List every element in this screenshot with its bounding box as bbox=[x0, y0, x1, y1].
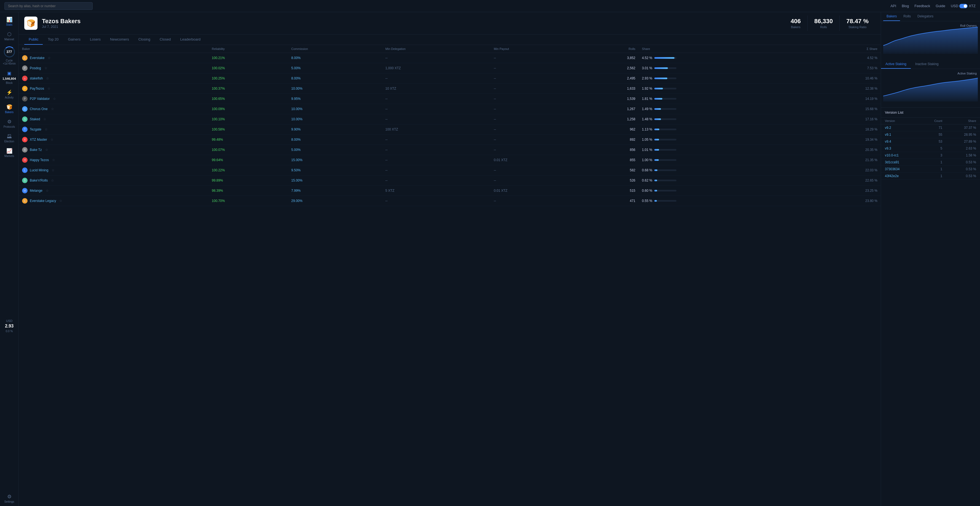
tab-leaderboard[interactable]: Leaderboard bbox=[176, 35, 205, 45]
right-tab-delegators[interactable]: Delegators bbox=[914, 12, 937, 21]
cell-share: 2.93 % bbox=[639, 73, 805, 84]
version-name[interactable]: 3d1cca91 bbox=[881, 159, 920, 166]
star-icon[interactable]: ☆ bbox=[52, 168, 55, 172]
share-value: 1.00 % bbox=[642, 158, 652, 162]
baker-link[interactable]: P2P Validator bbox=[30, 97, 49, 101]
baker-link[interactable]: Everstake Legacy bbox=[30, 199, 56, 203]
cell-rolls: 892 bbox=[579, 135, 639, 145]
version-name[interactable]: v10.0-rc1 bbox=[881, 152, 920, 159]
cell-sigma: 22.65 % bbox=[805, 176, 881, 186]
nav-blog[interactable]: Blog bbox=[902, 4, 909, 8]
version-name[interactable]: v9.2 bbox=[881, 125, 920, 131]
star-icon[interactable]: ☆ bbox=[51, 107, 54, 111]
currency-pill[interactable] bbox=[959, 4, 967, 8]
sidebar-item-stats[interactable]: 📊 Stats bbox=[0, 14, 19, 29]
baker-link[interactable]: Bake Tz bbox=[30, 148, 42, 152]
star-icon[interactable]: ☆ bbox=[51, 138, 54, 142]
star-icon[interactable]: ☆ bbox=[53, 97, 56, 101]
table-row: B Bake'n'Rolls ☆ 99.89% 15.00% -- -- 526… bbox=[19, 176, 881, 186]
nav-api[interactable]: API bbox=[890, 4, 896, 8]
col-min-delegation[interactable]: Min Delegation bbox=[382, 45, 490, 53]
star-icon[interactable]: ☆ bbox=[45, 148, 48, 152]
version-col-count[interactable]: Count bbox=[920, 118, 947, 125]
nav-guide[interactable]: Guide bbox=[935, 4, 945, 8]
col-share[interactable]: Share bbox=[639, 45, 805, 53]
col-sigma-share[interactable]: Σ Share bbox=[805, 45, 881, 53]
star-icon[interactable]: ☆ bbox=[45, 66, 48, 70]
cell-rolls: 3,852 bbox=[579, 53, 639, 63]
baker-link[interactable]: Melange bbox=[30, 189, 43, 193]
table-row: E Everstake ☆ 100.21% 8.00% -- -- 3,852 … bbox=[19, 53, 881, 63]
cell-rolls: 515 bbox=[579, 186, 639, 196]
table-row: s stakefish ☆ 100.25% 8.00% -- -- 2,495 … bbox=[19, 73, 881, 84]
star-icon[interactable]: ☆ bbox=[51, 179, 54, 182]
cell-min-payout: -- bbox=[490, 125, 579, 135]
version-name[interactable]: 37303634 bbox=[881, 166, 920, 173]
star-icon[interactable]: ☆ bbox=[46, 189, 49, 193]
sidebar-item-bakers[interactable]: 🍞 Bakers bbox=[0, 102, 19, 117]
version-name[interactable]: v9.3 bbox=[881, 145, 920, 152]
right-tab-bakers[interactable]: Bakers bbox=[883, 12, 900, 21]
currency-toggle[interactable]: USD XTZ bbox=[951, 4, 975, 8]
col-reliability[interactable]: Reliability bbox=[208, 45, 288, 53]
col-commission[interactable]: Commission bbox=[288, 45, 382, 53]
tab-newcomers[interactable]: Newcomers bbox=[106, 35, 134, 45]
page-icon: 🍞 bbox=[24, 16, 38, 30]
sidebar-item-markets[interactable]: 📈 Markets bbox=[0, 146, 19, 160]
share-fill bbox=[654, 149, 659, 151]
sidebar-item-settings[interactable]: ⚙ Settings bbox=[0, 492, 19, 506]
version-name[interactable]: v9.1 bbox=[881, 131, 920, 138]
tab-gainers[interactable]: Gainers bbox=[64, 35, 85, 45]
cell-baker-name: B Bake'n'Rolls ☆ bbox=[19, 176, 208, 186]
star-icon[interactable]: ☆ bbox=[43, 117, 46, 121]
version-name[interactable]: v9.4 bbox=[881, 138, 920, 145]
baker-link[interactable]: PayTezos bbox=[30, 87, 44, 91]
sidebar-item-mainnet[interactable]: ⬡ Mainnet bbox=[0, 29, 19, 43]
baker-link[interactable]: Chorus One bbox=[30, 107, 48, 111]
sidebar-item-protocols[interactable]: ⚙ Protocols bbox=[0, 117, 19, 131]
share-value: 1.13 % bbox=[642, 128, 652, 131]
star-icon[interactable]: ☆ bbox=[59, 199, 62, 203]
baker-link[interactable]: Happy Tezos bbox=[30, 158, 49, 162]
col-min-payout[interactable]: Min Payout bbox=[490, 45, 579, 53]
tab-top20[interactable]: Top 20 bbox=[43, 35, 63, 45]
staking-tab-inactive[interactable]: Inactive Staking bbox=[911, 60, 943, 69]
baker-link[interactable]: XTZ Master bbox=[30, 138, 47, 142]
col-rolls[interactable]: Rolls bbox=[579, 45, 639, 53]
star-icon[interactable]: ☆ bbox=[45, 128, 48, 131]
baker-link[interactable]: Tezgate bbox=[30, 128, 41, 131]
right-tab-rolls[interactable]: Rolls bbox=[900, 12, 914, 21]
share-value: 1.01 % bbox=[642, 148, 652, 152]
star-icon[interactable]: ☆ bbox=[48, 87, 51, 91]
version-col-version[interactable]: Version bbox=[881, 118, 920, 125]
star-icon[interactable]: ☆ bbox=[48, 56, 51, 60]
staking-tab-active[interactable]: Active Staking bbox=[881, 60, 911, 69]
tab-closed[interactable]: Closed bbox=[155, 35, 175, 45]
version-name[interactable]: 43f42e2e bbox=[881, 173, 920, 180]
version-col-share[interactable]: Share bbox=[946, 118, 980, 125]
tab-losers[interactable]: Losers bbox=[86, 35, 105, 45]
cell-min-payout: -- bbox=[490, 135, 579, 145]
star-icon[interactable]: ☆ bbox=[52, 158, 55, 162]
sidebar-item-activity[interactable]: ⚡ Activity bbox=[0, 87, 19, 102]
star-icon[interactable]: ☆ bbox=[46, 77, 49, 80]
baker-link[interactable]: Bake'n'Rolls bbox=[30, 179, 48, 182]
baker-link[interactable]: Posdog bbox=[30, 66, 41, 70]
cell-commission: 7.99% bbox=[288, 186, 382, 196]
cell-share: 1.92 % bbox=[639, 84, 805, 94]
nav-feedback[interactable]: Feedback bbox=[914, 4, 930, 8]
baker-link[interactable]: stakefish bbox=[30, 77, 43, 80]
share-bar bbox=[654, 129, 676, 130]
baker-link[interactable]: Staked bbox=[30, 117, 40, 121]
cell-min-delegation: -- bbox=[382, 94, 490, 104]
sidebar-item-election[interactable]: 🗳 Election bbox=[0, 131, 19, 146]
cycle-circle: 377 bbox=[4, 46, 15, 57]
baker-link[interactable]: Lucid Mining bbox=[30, 168, 48, 172]
tab-closing[interactable]: Closing bbox=[134, 35, 155, 45]
col-baker[interactable]: Baker bbox=[19, 45, 208, 53]
search-input[interactable] bbox=[5, 2, 93, 10]
tab-public[interactable]: Public bbox=[24, 35, 43, 45]
cell-share: 0.60 % bbox=[639, 186, 805, 196]
baker-link[interactable]: Everstake bbox=[30, 56, 45, 60]
header-stats: 406 Bakers 86,330 Rolls 78.47 % Staking … bbox=[784, 16, 875, 31]
